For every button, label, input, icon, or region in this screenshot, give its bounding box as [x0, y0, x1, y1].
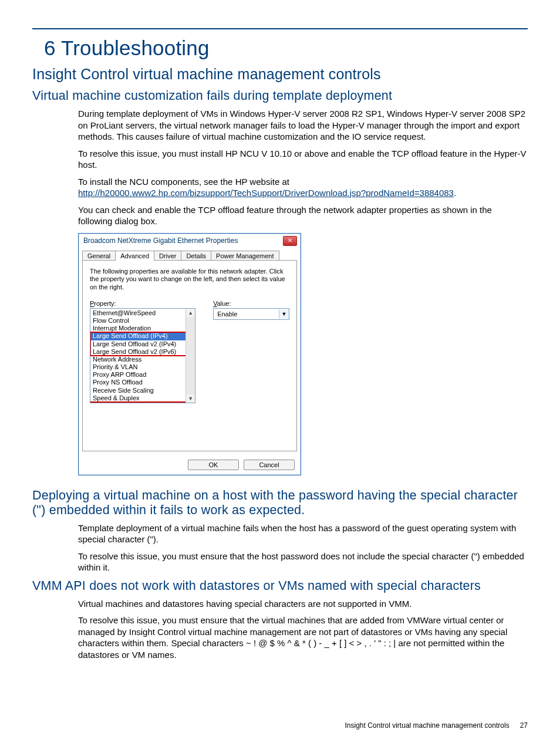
- body-text-block-3: Virtual machines and datastores having s…: [78, 598, 528, 661]
- list-item[interactable]: Receive Side Scaling: [90, 387, 195, 394]
- subsection-3-title: VMM API does not work with datastores or…: [32, 579, 528, 593]
- chevron-down-icon[interactable]: ▼: [279, 309, 289, 319]
- top-rule: [32, 28, 528, 29]
- body-text-block-2: Template deployment of a virtual machine…: [78, 522, 528, 573]
- chapter-title: 6 Troubleshooting: [44, 36, 528, 60]
- list-item[interactable]: Flow Control: [90, 317, 195, 325]
- section-title: Insight Control virtual machine manageme…: [32, 66, 528, 83]
- list-item[interactable]: Ethernet@WireSpeed: [90, 309, 195, 317]
- tab-power-management[interactable]: Power Management: [211, 251, 279, 261]
- text: To install the NCU components, see the H…: [78, 177, 289, 187]
- paragraph: To resolve this issue, you must ensure t…: [78, 615, 528, 660]
- list-item[interactable]: Speed & Duplex: [90, 394, 195, 402]
- scrollbar[interactable]: ▲ ▼: [185, 309, 195, 403]
- tab-general[interactable]: General: [82, 251, 116, 261]
- tab-advanced[interactable]: Advanced: [115, 251, 154, 261]
- paragraph: To resolve this issue, you must ensure t…: [78, 551, 528, 573]
- value-label: VValue:alue:: [213, 300, 289, 307]
- list-item[interactable]: Large Send Offload v2 (IPv4): [90, 340, 195, 348]
- text: .: [454, 188, 456, 198]
- adapter-properties-dialog: Broadcom NetXtreme Gigabit Ethernet Prop…: [78, 233, 301, 475]
- paragraph: During template deployment of VMs in Win…: [78, 108, 528, 143]
- paragraph: To install the NCU components, see the H…: [78, 176, 528, 199]
- tab-body: The following properties are available f…: [82, 260, 297, 451]
- ncu-download-link[interactable]: http://h20000.www2.hp.com/bizsupport/Tec…: [78, 188, 454, 198]
- subsection-2-title: Deploying a virtual machine on a host wi…: [32, 488, 528, 518]
- paragraph: Virtual machines and datastores having s…: [78, 598, 528, 610]
- list-item[interactable]: Proxy ARP Offload: [90, 371, 195, 379]
- highlighted-group: TCP/UDP Checksum Offload (IPv4 TCP/UDP C…: [90, 402, 195, 403]
- subsection-1-title: Virtual machine customization fails duri…: [32, 89, 528, 103]
- dialog-intro-text: The following properties are available f…: [90, 268, 289, 292]
- scroll-up-icon[interactable]: ▲: [186, 309, 195, 317]
- list-item[interactable]: Proxy NS Offload: [90, 379, 195, 386]
- ok-button[interactable]: OK: [188, 460, 239, 470]
- dialog-title-text: Broadcom NetXtreme Gigabit Ethernet Prop…: [83, 237, 238, 245]
- value-combobox[interactable]: Enable ▼: [213, 308, 289, 320]
- property-label: PProperty:roperty:: [90, 300, 195, 307]
- page-number: 27: [520, 721, 528, 730]
- list-item[interactable]: Interrupt Moderation: [90, 325, 195, 332]
- dialog-titlebar: Broadcom NetXtreme Gigabit Ethernet Prop…: [79, 234, 301, 248]
- combobox-value: Enable: [214, 310, 279, 318]
- page-footer: Insight Control virtual machine manageme…: [345, 721, 528, 730]
- tab-details[interactable]: Details: [181, 251, 211, 261]
- list-item[interactable]: Priority & VLAN: [90, 363, 195, 371]
- dialog-tabs: General Advanced Driver Details Power Ma…: [82, 250, 297, 260]
- paragraph: To resolve this issue, you must install …: [78, 148, 528, 171]
- paragraph: Template deployment of a virtual machine…: [78, 522, 528, 545]
- body-text-block-1: During template deployment of VMs in Win…: [78, 108, 528, 227]
- list-item-selected[interactable]: Large Send Offload (IPv4): [90, 332, 195, 340]
- paragraph: You can check and enable the TCP offload…: [78, 204, 528, 227]
- property-listbox[interactable]: Ethernet@WireSpeed Flow Control Interrup…: [90, 308, 195, 403]
- scroll-down-icon[interactable]: ▼: [186, 394, 195, 403]
- list-item[interactable]: TCP/UDP Checksum Offload (IPv4: [90, 402, 195, 403]
- footer-section-name: Insight Control virtual machine manageme…: [345, 721, 510, 730]
- highlighted-group: Large Send Offload (IPv4) Large Send Off…: [90, 332, 195, 356]
- list-item[interactable]: Network Address: [90, 356, 195, 363]
- cancel-button[interactable]: Cancel: [244, 460, 295, 470]
- close-icon[interactable]: ✕: [283, 236, 297, 246]
- list-item[interactable]: Large Send Offload v2 (IPv6): [90, 348, 195, 356]
- tab-driver[interactable]: Driver: [154, 251, 181, 261]
